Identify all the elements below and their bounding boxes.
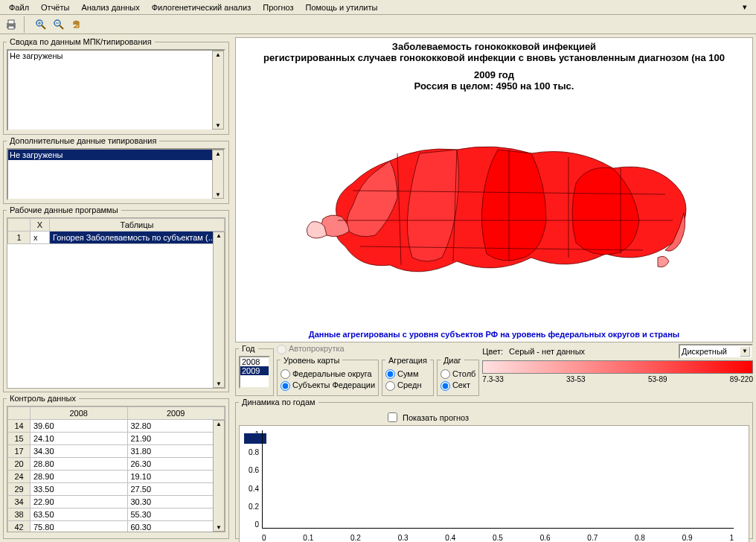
dynamics-panel: Динамика по годам Показать прогноз 10.80… <box>235 398 753 539</box>
extra-item[interactable]: Не загружены <box>8 150 224 160</box>
control-grid[interactable]: 200820091439.6032.801524.1021.901734.303… <box>7 406 225 532</box>
autoscroll-check[interactable]: Автопрокрутка <box>277 344 379 354</box>
svg-rect-2 <box>8 26 14 29</box>
svg-line-8 <box>60 25 63 29</box>
menu-phylo[interactable]: Филогенетический анализ <box>146 1 257 13</box>
chart-x-axis: 00.10.20.30.40.50.60.70.80.91 <box>262 534 734 542</box>
toolbar <box>0 15 756 34</box>
menu-prognosis[interactable]: Прогноз <box>257 1 299 13</box>
panel-control-title: Контроль данных <box>7 394 79 403</box>
level-federal-radio[interactable]: Федеральные округа <box>281 369 375 380</box>
mpk-item[interactable]: Не загружены <box>8 51 224 61</box>
color-group: Цвет: Серый - нет данных Дискретный▼ 7.3… <box>482 344 753 396</box>
aggregation-group: Агрегация Сумм Средн <box>382 356 434 396</box>
svg-line-4 <box>42 25 45 29</box>
color-mode-dropdown[interactable]: Дискретный▼ <box>679 344 753 359</box>
dropdown-arrow-icon[interactable]: ▼ <box>740 346 750 357</box>
map-title: Заболеваемость гонококковой инфекцией <box>392 41 596 52</box>
work-row-selected[interactable]: Гонорея Заболеваемость по субъектам (... <box>50 232 225 244</box>
panel-extra: Дополнительные данные типирования Не заг… <box>3 136 229 204</box>
menubar: Файл Отчёты Анализ данных Филогенетическ… <box>0 0 756 15</box>
print-icon[interactable] <box>3 16 19 33</box>
map-total: Россия в целом: 4950 на 100 тыс. <box>414 80 574 92</box>
map-controls: Год 2008 2009 Автопрокрутка Уровень карт… <box>235 344 753 396</box>
mpk-listbox[interactable]: Не загружены ▲▼ <box>7 49 225 131</box>
svg-rect-1 <box>8 20 14 24</box>
year-2009[interactable]: 2009 <box>240 366 269 375</box>
panel-work-title: Рабочие данные программы <box>7 205 121 214</box>
level-subjects-radio[interactable]: Субъекты Федерации <box>281 380 375 391</box>
pan-hand-icon[interactable] <box>68 16 85 33</box>
aggr-avg-radio[interactable]: Средн <box>385 380 430 391</box>
map-year: 2009 год <box>474 69 514 80</box>
work-grid[interactable]: XТаблицы 1xГонорея Заболеваемость по суб… <box>7 217 225 389</box>
year-group: Год 2008 2009 <box>235 344 274 396</box>
year-2008[interactable]: 2008 <box>240 357 269 366</box>
panel-extra-title: Дополнительные данные типирования <box>7 136 159 145</box>
diag-col-radio[interactable]: Столб <box>441 369 475 380</box>
extra-listbox[interactable]: Не загружены ▲▼ <box>7 148 225 200</box>
scrollbar[interactable]: ▲▼ <box>212 150 224 199</box>
map-note: Данные агрегированы с уровня субъектов Р… <box>309 330 679 339</box>
level-group: Уровень карты Федеральные округа Субъект… <box>277 356 379 396</box>
color-scale-labels: 7.3-33 33-53 53-89 89-220 <box>482 375 753 383</box>
menu-help[interactable]: Помощь и утилиты <box>300 1 384 13</box>
menu-collapse-icon[interactable]: ▾ <box>737 1 753 13</box>
scrollbar[interactable]: ▲▼ <box>213 420 225 532</box>
panel-mpk: Сводка по данным МПК/типирования Не загр… <box>3 37 229 135</box>
zoom-out-icon[interactable] <box>51 16 67 33</box>
show-forecast-check[interactable]: Показать прогноз <box>388 412 749 422</box>
panel-mpk-title: Сводка по данным МПК/типирования <box>7 37 155 46</box>
dynamics-chart[interactable]: 10.80.60.40.20 00.10.20.30.40.50.60.70.8… <box>239 425 749 542</box>
color-gradient <box>482 360 753 374</box>
scrollbar[interactable]: ▲▼ <box>213 232 225 388</box>
panel-work: Рабочие данные программы XТаблицы 1xГоно… <box>3 205 229 392</box>
diag-group: Диаг Столб Сект <box>437 356 479 396</box>
menu-analysis[interactable]: Анализ данных <box>75 1 145 13</box>
menu-file[interactable]: Файл <box>3 1 35 13</box>
zoom-in-icon[interactable] <box>33 16 49 33</box>
year-list[interactable]: 2008 2009 <box>239 356 270 389</box>
scrollbar[interactable]: ▲▼ <box>212 51 224 130</box>
map-subtitle: регистрированных случаев гонококковой ин… <box>263 52 725 63</box>
panel-control: Контроль данных 200820091439.6032.801524… <box>3 394 229 539</box>
diag-sect-radio[interactable]: Сект <box>441 380 475 391</box>
chart-plot-area <box>262 430 734 529</box>
map-panel: Заболеваемость гонококковой инфекцией ре… <box>235 37 753 342</box>
menu-reports[interactable]: Отчёты <box>35 1 75 13</box>
aggr-sum-radio[interactable]: Сумм <box>385 369 430 380</box>
russia-map[interactable] <box>236 92 752 327</box>
